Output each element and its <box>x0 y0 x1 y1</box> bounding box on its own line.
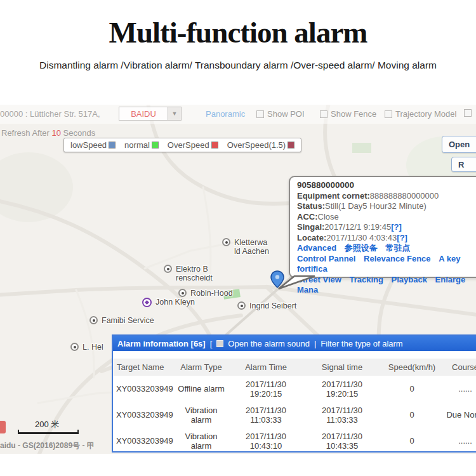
reference-device-link[interactable]: 参照设备 <box>345 243 378 253</box>
table-row[interactable]: XY0033203949 Vibration alarm 2017/11/30 … <box>113 402 476 428</box>
col-speed: Speed(km/h) <box>381 362 443 372</box>
page-subtitle: Dismantling alarm /Vibration alarm/ Tran… <box>0 60 476 71</box>
show-fence-option[interactable]: Show Fence <box>320 109 376 119</box>
transit-station-icon[interactable] <box>142 298 152 307</box>
hero-header: Multi-function alarm Dismantling alarm /… <box>0 0 476 105</box>
poi-dot-icon[interactable] <box>89 316 98 324</box>
refresh-seconds-value: 10 <box>51 128 60 138</box>
alarm-panel-title: Alarm information [6s] <box>117 339 206 348</box>
signal-line: Singal:2017/12/1 9:19:45[?] <box>297 222 476 233</box>
tracking-link[interactable]: Tracking <box>349 275 383 284</box>
page-title: Multi-function alarm <box>0 15 476 50</box>
legend-item-overspeed: OverSpeed <box>168 140 218 150</box>
legend-item-overspeed15: OverSpeed(1.5) <box>227 140 295 150</box>
popup-links-row3: Street View Tracking Playback Enlarge Ma… <box>297 275 476 296</box>
ranging-button[interactable]: R <box>451 157 476 172</box>
show-fence-label: Show Fence <box>331 109 376 119</box>
chevron-down-icon[interactable]: ▼ <box>168 107 181 120</box>
equipment-line: Equipment cornet:888888880000000 <box>297 191 476 202</box>
col-signal-time: Signal time <box>303 362 381 372</box>
relevance-fence-link[interactable]: Relevance Fence <box>364 254 431 263</box>
page: Multi-function alarm Dismantling alarm /… <box>0 0 476 476</box>
device-address-text: 00000 : Lütticher Str. 517A, <box>0 109 100 119</box>
device-id: 905880000000 <box>297 180 476 191</box>
show-poi-checkbox[interactable] <box>256 110 264 118</box>
resident-point-link[interactable]: 常驻点 <box>385 243 410 253</box>
map-canvas[interactable]: 00000 : Lütticher Str. 517A, BAIDU ▼ Pan… <box>0 105 476 454</box>
alarm-sound-label: Open the alarm sound <box>228 339 310 348</box>
playback-link[interactable]: Playback <box>392 275 427 284</box>
legend-item-normal: normal <box>124 140 159 150</box>
poi-l-hel[interactable]: L. Hel <box>70 343 103 352</box>
locate-line: Locate:2017/11/30 4:03:43[?] <box>297 233 476 244</box>
bracket-text: [ <box>210 339 213 348</box>
map-logo-fragment <box>0 421 6 433</box>
open-button[interactable]: Open <box>442 136 476 153</box>
col-alarm-type: Alarm Type <box>174 362 228 372</box>
show-poi-label: Show POI <box>267 109 305 119</box>
acc-line: ACC:Close <box>297 212 476 223</box>
col-alarm-time: Alarm Time <box>228 362 303 372</box>
device-info-popup: 905880000000 Equipment cornet:8888888800… <box>289 176 476 278</box>
show-poi-option[interactable]: Show POI <box>256 109 305 119</box>
poi-kletterwald-aachen[interactable]: Kletterwa ld Aachen <box>222 238 269 256</box>
filter-alarm-link[interactable]: Filter the type of alarm <box>321 339 402 348</box>
trajectory-model-option[interactable]: Trajectory Model <box>385 109 456 119</box>
normal-swatch <box>152 142 159 149</box>
alarm-sound-checkbox[interactable] <box>216 340 223 347</box>
trajectory-model-label: Trajectory Model <box>395 109 456 119</box>
poi-dot-icon[interactable] <box>222 238 230 246</box>
panoramic-link[interactable]: Panoramic <box>206 109 245 119</box>
poi-ingrid-seibert[interactable]: Ingrid Seibert <box>237 301 296 310</box>
edge-option-clipped[interactable] <box>464 109 472 117</box>
alarm-panel-titlebar: Alarm information [6s] [ Open the alarm … <box>113 336 476 351</box>
col-target-name: Target Name <box>113 362 174 372</box>
legend-item-lowspeed: lowSpeed <box>70 140 116 150</box>
enlarge-link[interactable]: Enlarge <box>435 275 466 284</box>
map-copyright: aidu - GS(2016)2089号 - 甲 <box>0 440 95 451</box>
popup-links-row2: Control Pannel Relevance Fence A key for… <box>297 254 476 275</box>
poi-elektro-brenscheidt[interactable]: Elektro B renscheidt <box>164 265 213 282</box>
popup-links-row1: Advanced 参照设备 常驻点 <box>297 243 476 254</box>
speed-legend: lowSpeed normal OverSpeed OverSpeed(1.5) <box>63 138 301 152</box>
poi-famibi-service[interactable]: Famibi Service <box>89 316 154 325</box>
locate-help-link[interactable]: [?] <box>397 233 407 242</box>
alarm-table-header: Target Name Alarm Type Alarm Time Signal… <box>113 359 476 376</box>
titlebar-divider: | <box>314 339 316 348</box>
edge-checkbox[interactable] <box>464 109 472 117</box>
table-row[interactable]: XY0033203949 Vibration alarm 2017/11/30 … <box>113 428 476 454</box>
col-course: Course <box>443 362 476 372</box>
map-scale-bar <box>18 430 79 434</box>
street-view-link[interactable]: Street View <box>297 275 341 284</box>
poi-robin-hood[interactable]: Robin-Hood <box>178 289 233 298</box>
overspeed15-swatch <box>288 142 294 149</box>
map-provider-value: BAIDU <box>119 109 168 119</box>
trajectory-model-checkbox[interactable] <box>385 110 392 118</box>
show-fence-checkbox[interactable] <box>320 110 327 118</box>
signal-help-link[interactable]: [?] <box>391 222 402 232</box>
map-provider-dropdown[interactable]: BAIDU ▼ <box>119 107 182 121</box>
poi-dot-icon[interactable] <box>178 289 187 297</box>
table-row[interactable]: XY0033203949 Offline alarm 2017/11/30 19… <box>113 376 476 402</box>
status-line: Status:Still(1 Day5 Hour32 Minute) <box>297 201 476 212</box>
poi-dot-icon[interactable] <box>164 265 172 273</box>
advanced-link[interactable]: Advanced <box>297 243 336 253</box>
lowspeed-swatch <box>109 142 116 149</box>
poi-dot-icon[interactable] <box>237 301 246 310</box>
overspeed-swatch <box>211 142 218 149</box>
refresh-status-text: Refresh After 10 Seconds <box>1 128 95 138</box>
manage-link[interactable]: Mana <box>297 285 318 294</box>
poi-john-kleyn[interactable]: John Kleyn <box>142 298 195 307</box>
control-panel-link[interactable]: Control Pannel <box>297 254 355 263</box>
alarm-information-panel: Alarm information [6s] [ Open the alarm … <box>112 334 476 453</box>
map-scale-label: 200 米 <box>35 419 59 430</box>
poi-dot-icon[interactable] <box>70 343 79 351</box>
